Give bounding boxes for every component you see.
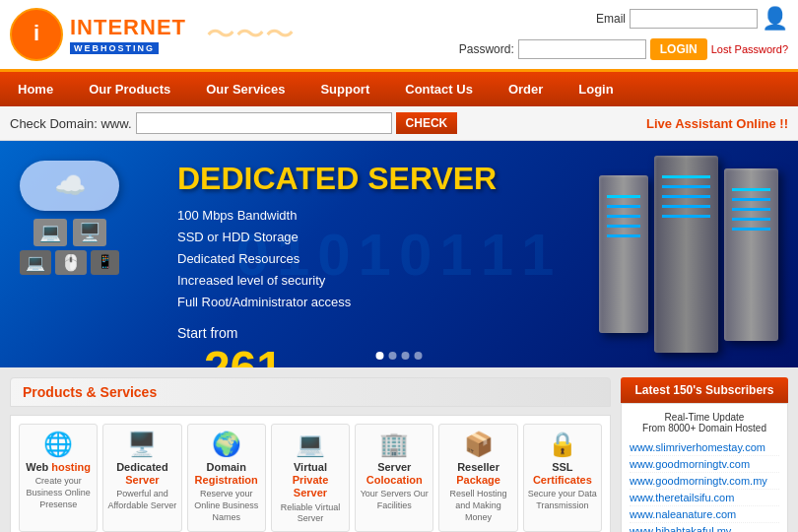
lost-password-link[interactable]: Lost Password?	[711, 43, 788, 55]
product-vps[interactable]: 💻 Virtual Private Server Reliable Virtua…	[271, 424, 350, 532]
banner-title: DEDICATED SERVER	[177, 161, 497, 197]
feature-3: Dedicated Resources	[177, 248, 497, 270]
check-domain-button[interactable]: CHECK	[396, 112, 458, 134]
sidebar-link-6[interactable]: www.hibahtakaful.my	[630, 523, 779, 532]
nav-order[interactable]: Order	[491, 72, 561, 106]
domain-registration-icon: 🌍	[192, 431, 261, 458]
product-reseller[interactable]: 📦 Reseller Package Resell Hosting and Ma…	[438, 424, 517, 532]
dedicated-server-name: Dedicated Server	[107, 461, 176, 487]
password-input[interactable]	[518, 39, 646, 59]
nav-services[interactable]: Our Services	[188, 72, 302, 106]
product-web-hosting[interactable]: 🌐 Web hosting Create your Business Onlin…	[19, 424, 98, 532]
banner-servers	[599, 141, 778, 367]
sidebar-link-1[interactable]: www.slimriverhomestay.com	[630, 439, 779, 456]
domain-registration-name: Domain Registration	[192, 461, 261, 487]
login-area: Email 👤 Password: LOGIN Lost Password?	[455, 6, 788, 63]
sidebar: Latest 150's Subscribers Real-Time Updat…	[621, 377, 788, 532]
sidebar-subtitle: Real-Time UpdateFrom 8000+ Domain Hosted	[630, 412, 779, 433]
banner-cloud-icon: ☁️ 💻 🖥️ 💻 🖱️ 📱	[20, 161, 119, 275]
domain-check-left: Check Domain: www. CHECK	[10, 112, 457, 134]
products-grid: 🌐 Web hosting Create your Business Onlin…	[10, 415, 611, 532]
live-assistant-badge: Live Assistant Online !!	[646, 116, 788, 131]
reseller-name: Reseller Package	[443, 461, 512, 487]
dedicated-server-icon: 🖥️	[107, 431, 176, 458]
password-label: Password:	[455, 42, 514, 56]
email-icon: 👤	[762, 6, 788, 32]
feature-5: Full Root/Administrator access	[177, 292, 497, 313]
logo-text: INTERNET	[70, 15, 186, 40]
reseller-desc: Resell Hosting and Making Money	[443, 489, 512, 523]
ssl-name: SSL Certificates	[528, 461, 597, 487]
banner-start-from: Start from	[177, 325, 497, 341]
banner-features: 100 Mbps Bandwidth SSD or HDD Storage De…	[177, 205, 497, 313]
vps-desc: Reliable Virtual Server	[276, 502, 345, 525]
products-header: Products & Services	[10, 377, 611, 407]
colocation-name: Server Colocation	[360, 461, 429, 487]
nav-login[interactable]: Login	[561, 72, 631, 106]
login-button[interactable]: LOGIN	[650, 38, 707, 60]
server-tower-2	[654, 156, 718, 353]
email-label: Email	[566, 12, 626, 26]
domain-check-bar: Check Domain: www. CHECK Live Assistant …	[0, 106, 798, 141]
colocation-icon: 🏢	[360, 431, 429, 458]
svg-text:i: i	[33, 21, 39, 45]
reseller-icon: 📦	[443, 431, 512, 458]
dedicated-server-desc: Powerful and Affordable Server	[107, 489, 176, 511]
vps-name: Virtual Private Server	[276, 461, 345, 500]
server-tower-3	[724, 168, 778, 341]
server-tower-1	[599, 175, 648, 333]
web-hosting-name: Web hosting	[24, 461, 93, 474]
main-content: Products & Services 🌐 Web hosting Create…	[0, 367, 798, 532]
ssl-icon: 🔒	[528, 431, 597, 458]
products-section: Products & Services 🌐 Web hosting Create…	[10, 377, 611, 532]
header: i INTERNET WEBHOSTING 〜〜〜 Email 👤 Passwo…	[0, 0, 798, 72]
feature-1: 100 Mbps Bandwidth	[177, 205, 497, 227]
hero-banner: 01010111 ☁️ 💻 🖥️ 💻 🖱️ 📱 DEDICATED SERVER…	[0, 141, 798, 367]
logo-area: i INTERNET WEBHOSTING 〜〜〜	[10, 8, 295, 62]
sidebar-content: Real-Time UpdateFrom 8000+ Domain Hosted…	[621, 403, 788, 532]
product-dedicated-server[interactable]: 🖥️ Dedicated Server Powerful and Afforda…	[102, 424, 181, 532]
nav-products[interactable]: Our Products	[71, 72, 188, 106]
banner-price: 261	[204, 341, 283, 367]
sidebar-link-3[interactable]: www.goodmorningtv.com.my	[630, 473, 779, 490]
product-colocation[interactable]: 🏢 Server Colocation Your Servers Our Fac…	[355, 424, 433, 532]
decorative-swirl: 〜〜〜	[206, 15, 295, 55]
products-title-1: Products	[23, 384, 83, 400]
products-title-2: & Services	[87, 384, 158, 400]
email-input[interactable]	[630, 9, 758, 29]
sidebar-header: Latest 150's Subscribers	[621, 377, 788, 403]
nav-bar: Home Our Products Our Services Support C…	[0, 72, 798, 106]
nav-home[interactable]: Home	[0, 72, 71, 106]
domain-input[interactable]	[136, 112, 392, 134]
sidebar-link-4[interactable]: www.theretailsifu.com	[630, 490, 779, 506]
sidebar-link-5[interactable]: www.naleanature.com	[630, 506, 779, 523]
web-hosting-icon: 🌐	[24, 431, 93, 458]
nav-support[interactable]: Support	[302, 72, 387, 106]
sidebar-link-2[interactable]: www.goodmorningtv.com	[630, 456, 779, 473]
banner-content: DEDICATED SERVER 100 Mbps Bandwidth SSD …	[177, 161, 497, 367]
feature-2: SSD or HDD Storage	[177, 227, 497, 248]
vps-icon: 💻	[276, 431, 345, 458]
ssl-desc: Secure your Data Transmission	[528, 489, 597, 511]
nav-contact[interactable]: Contact Us	[387, 72, 491, 106]
colocation-desc: Your Servers Our Facilities	[360, 489, 429, 511]
web-hosting-desc: Create your Business Online Presense	[24, 476, 93, 510]
banner-price-area: Start from RM 261 PER MONTH *	[177, 325, 497, 367]
domain-registration-desc: Reserve your Online Business Names	[192, 489, 261, 523]
feature-4: Increased level of security	[177, 270, 497, 292]
product-ssl[interactable]: 🔒 SSL Certificates Secure your Data Tran…	[523, 424, 602, 532]
logo-sub: WEBHOSTING	[74, 43, 155, 53]
domain-check-label: Check Domain: www.	[10, 116, 132, 131]
product-domain-registration[interactable]: 🌍 Domain Registration Reserve your Onlin…	[187, 424, 266, 532]
